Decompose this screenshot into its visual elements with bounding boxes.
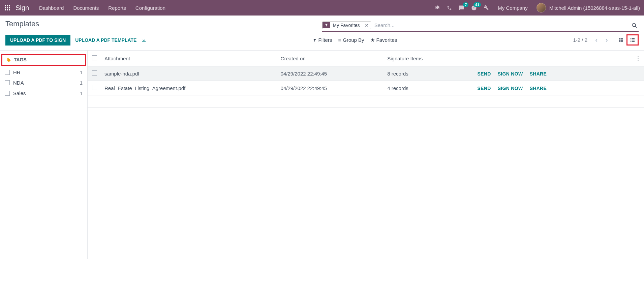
share-button[interactable]: SHARE bbox=[530, 71, 547, 77]
page-title: Templates bbox=[5, 20, 322, 28]
tag-item-hr[interactable]: HR 1 bbox=[0, 67, 87, 78]
messages-icon[interactable]: 7 bbox=[459, 5, 464, 11]
col-signature-items[interactable]: Signature Items bbox=[384, 51, 468, 66]
kanban-view-icon[interactable] bbox=[615, 34, 626, 46]
facet-remove-icon[interactable]: ✕ bbox=[363, 22, 371, 29]
svg-rect-17 bbox=[631, 40, 631, 40]
svg-rect-8 bbox=[9, 9, 10, 10]
user-menu[interactable]: Mitchell Admin (15026884-saas-15-1-all) bbox=[536, 3, 640, 12]
filters-button[interactable]: Filters bbox=[313, 37, 332, 43]
nav-reports[interactable]: Reports bbox=[108, 5, 126, 11]
svg-point-9 bbox=[632, 23, 636, 27]
sign-now-button[interactable]: SIGN NOW bbox=[498, 71, 523, 77]
col-created-on[interactable]: Created on bbox=[277, 51, 384, 66]
svg-rect-18 bbox=[632, 40, 635, 40]
svg-rect-14 bbox=[621, 40, 623, 42]
pager-prev-icon[interactable] bbox=[591, 36, 602, 44]
columns-menu-icon[interactable]: ⋮ bbox=[632, 51, 644, 66]
app-brand[interactable]: Sign bbox=[16, 4, 29, 12]
avatar bbox=[536, 3, 546, 12]
pager-next-icon[interactable] bbox=[602, 36, 612, 44]
filters-label: Filters bbox=[318, 37, 332, 43]
svg-rect-15 bbox=[631, 38, 631, 39]
cell-attachment: Real_Estate_Listing_Agreement.pdf bbox=[101, 81, 277, 95]
search-input[interactable] bbox=[373, 21, 630, 29]
send-button[interactable]: SEND bbox=[477, 71, 491, 77]
checkbox-icon[interactable] bbox=[5, 70, 10, 75]
cell-created-on: 04/29/2022 22:49:45 bbox=[277, 66, 384, 81]
select-all-checkbox[interactable] bbox=[92, 55, 97, 60]
messages-badge: 7 bbox=[463, 2, 468, 7]
sidebar: TAGS HR 1 NDA 1 Sales 1 bbox=[0, 51, 88, 259]
svg-rect-3 bbox=[5, 7, 6, 8]
search-facet: My Favorites ✕ bbox=[322, 21, 371, 29]
tags-header[interactable]: TAGS bbox=[1, 54, 86, 65]
nav-dashboard[interactable]: Dashboard bbox=[39, 5, 64, 11]
tag-count: 1 bbox=[80, 90, 83, 96]
phone-icon[interactable] bbox=[447, 5, 452, 10]
svg-rect-6 bbox=[5, 9, 6, 10]
templates-table: Attachment Created on Signature Items ⋮ … bbox=[88, 51, 644, 108]
favorites-label: Favorites bbox=[376, 37, 397, 43]
checkbox-icon[interactable] bbox=[5, 91, 10, 96]
tag-count: 1 bbox=[80, 80, 83, 86]
company-selector[interactable]: My Company bbox=[498, 5, 527, 11]
svg-rect-19 bbox=[631, 41, 631, 42]
facet-label: My Favorites bbox=[330, 22, 363, 29]
group-by-button[interactable]: ≡ Group By bbox=[338, 37, 364, 43]
user-name-label: Mitchell Admin (15026884-saas-15-1-all) bbox=[549, 5, 640, 11]
cell-signature-items: 4 records bbox=[384, 81, 468, 95]
nav-configuration[interactable]: Configuration bbox=[135, 5, 165, 11]
tag-label: Sales bbox=[13, 90, 80, 96]
activities-icon[interactable]: 41 bbox=[471, 5, 477, 11]
tag-icon bbox=[6, 57, 11, 62]
group-by-label: Group By bbox=[343, 37, 364, 43]
cell-attachment: sample-nda.pdf bbox=[101, 66, 277, 81]
svg-rect-2 bbox=[9, 5, 10, 6]
tag-count: 1 bbox=[80, 69, 83, 75]
send-button[interactable]: SEND bbox=[477, 86, 491, 91]
search-icon[interactable] bbox=[630, 21, 639, 30]
svg-rect-13 bbox=[619, 40, 620, 42]
upload-pdf-template-button[interactable]: UPLOAD A PDF TEMPLATE bbox=[75, 37, 136, 43]
tags-header-label: TAGS bbox=[14, 57, 27, 62]
svg-rect-5 bbox=[9, 7, 10, 8]
cell-signature-items: 8 records bbox=[384, 66, 468, 81]
list-content: Attachment Created on Signature Items ⋮ … bbox=[88, 51, 644, 259]
tag-label: HR bbox=[13, 69, 80, 75]
debug-icon[interactable] bbox=[435, 5, 440, 10]
tag-item-nda[interactable]: NDA 1 bbox=[0, 78, 87, 88]
list-view-icon[interactable] bbox=[626, 34, 639, 46]
svg-rect-4 bbox=[7, 7, 8, 8]
svg-rect-16 bbox=[632, 38, 635, 39]
filter-icon bbox=[323, 22, 330, 28]
svg-rect-7 bbox=[7, 9, 8, 10]
col-attachment[interactable]: Attachment bbox=[101, 51, 277, 66]
table-row[interactable]: sample-nda.pdf 04/29/2022 22:49:45 8 rec… bbox=[88, 66, 644, 81]
row-checkbox[interactable] bbox=[92, 70, 97, 76]
svg-line-10 bbox=[635, 26, 637, 27]
share-button[interactable]: SHARE bbox=[530, 86, 547, 91]
activities-badge: 41 bbox=[473, 2, 481, 7]
main-content: TAGS HR 1 NDA 1 Sales 1 Attachment Creat… bbox=[0, 50, 644, 259]
svg-rect-20 bbox=[632, 41, 635, 42]
row-checkbox[interactable] bbox=[92, 85, 97, 90]
top-navbar: Sign Dashboard Documents Reports Configu… bbox=[0, 0, 644, 16]
upload-pdf-sign-button[interactable]: UPLOAD A PDF TO SIGN bbox=[5, 35, 70, 46]
checkbox-icon[interactable] bbox=[5, 80, 10, 85]
apps-icon[interactable] bbox=[4, 4, 11, 11]
pager-text[interactable]: 1-2 / 2 bbox=[573, 37, 587, 43]
svg-rect-1 bbox=[7, 5, 8, 6]
tools-icon[interactable] bbox=[484, 5, 489, 10]
action-row: UPLOAD A PDF TO SIGN UPLOAD A PDF TEMPLA… bbox=[0, 32, 644, 50]
tag-label: NDA bbox=[13, 80, 80, 86]
table-row[interactable]: Real_Estate_Listing_Agreement.pdf 04/29/… bbox=[88, 81, 644, 95]
search-box[interactable]: My Favorites ✕ bbox=[322, 20, 639, 32]
download-icon[interactable] bbox=[141, 37, 147, 43]
favorites-button[interactable]: ★ Favorites bbox=[370, 37, 397, 43]
sign-now-button[interactable]: SIGN NOW bbox=[498, 86, 523, 91]
tag-item-sales[interactable]: Sales 1 bbox=[0, 88, 87, 98]
svg-rect-12 bbox=[621, 38, 623, 39]
nav-documents[interactable]: Documents bbox=[73, 5, 99, 11]
cell-created-on: 04/29/2022 22:49:45 bbox=[277, 81, 384, 95]
